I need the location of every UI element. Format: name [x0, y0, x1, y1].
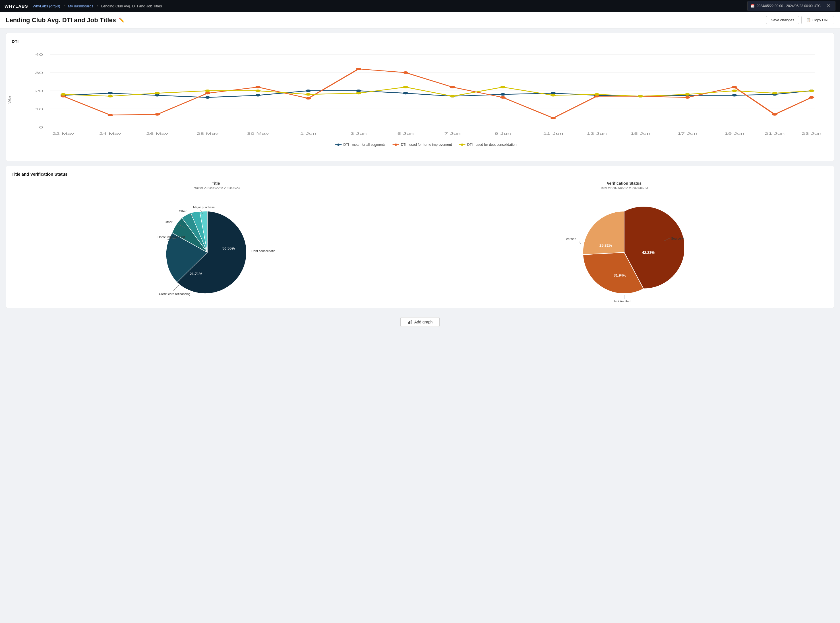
svg-text:10: 10: [35, 107, 43, 111]
svg-point-36: [500, 93, 506, 96]
dti-svg: 40 30 20 10 0 22 May 24 May 26 May 28 Ma…: [23, 48, 828, 139]
svg-point-66: [306, 93, 311, 96]
svg-text:15 Jun: 15 Jun: [631, 132, 651, 135]
svg-text:25.82%: 25.82%: [599, 243, 612, 247]
svg-text:19 Jun: 19 Jun: [724, 132, 745, 135]
svg-rect-101: [408, 322, 409, 324]
svg-point-69: [450, 95, 455, 98]
svg-text:42.23%: 42.23%: [642, 250, 655, 255]
svg-rect-103: [411, 321, 411, 324]
svg-point-59: [772, 113, 777, 116]
title-pie-container: 56.55% 21.71% Debt consolidation Credit …: [156, 194, 275, 302]
header-actions: Save changes 📋 Copy URL: [766, 16, 834, 24]
svg-point-51: [403, 71, 408, 74]
svg-text:30: 30: [35, 71, 43, 74]
svg-point-47: [205, 92, 211, 95]
svg-point-60: [809, 96, 814, 99]
page-header: Lending Club Avg. DTI and Job Titles ✏️ …: [0, 12, 840, 28]
svg-text:21 Jun: 21 Jun: [765, 132, 785, 135]
verification-pie-half: Verification Status Total for 2024/05/22…: [420, 181, 828, 302]
svg-text:31.94%: 31.94%: [614, 273, 626, 278]
svg-text:23 Jun: 23 Jun: [802, 132, 822, 135]
svg-text:Credit card refinancing: Credit card refinancing: [159, 292, 191, 296]
svg-point-48: [255, 86, 261, 88]
dti-panel: DTI Value 40 30 20 10 0: [6, 33, 834, 161]
svg-line-99: [578, 241, 581, 244]
svg-point-73: [638, 95, 643, 98]
svg-text:Major purchase: Major purchase: [193, 206, 215, 209]
whylabs-logo: WHYLABS: [5, 4, 28, 9]
close-date-button[interactable]: ✕: [825, 2, 832, 10]
verification-pie-subtitle: Total for 2024/05/22 to 2024/06/23: [600, 186, 648, 190]
breadcrumb-org[interactable]: WhyLabs (org-0): [33, 4, 60, 8]
svg-point-30: [205, 96, 211, 99]
svg-text:7 Jun: 7 Jun: [445, 132, 461, 135]
svg-point-61: [61, 93, 66, 96]
svg-point-49: [306, 97, 311, 100]
svg-point-74: [685, 93, 690, 96]
svg-point-57: [685, 96, 690, 99]
add-graph-button[interactable]: Add graph: [400, 317, 440, 327]
svg-rect-102: [409, 321, 410, 324]
copy-icon: 📋: [806, 18, 811, 22]
svg-text:26 May: 26 May: [146, 132, 168, 135]
svg-point-76: [772, 92, 777, 95]
svg-text:Not Verified: Not Verified: [614, 300, 631, 302]
copy-url-button[interactable]: 📋 Copy URL: [802, 16, 834, 24]
svg-point-53: [500, 96, 506, 99]
svg-text:13 Jun: 13 Jun: [587, 132, 607, 135]
legend-debt: DTI - used for debt consolidation: [458, 143, 516, 147]
save-changes-button[interactable]: Save changes: [766, 16, 799, 24]
breadcrumb-dashboards[interactable]: My dashboards: [68, 4, 93, 8]
edit-title-icon[interactable]: ✏️: [119, 17, 125, 23]
svg-text:Other: Other: [179, 209, 187, 213]
svg-text:17 Jun: 17 Jun: [677, 132, 697, 135]
title-pie-subtitle: Total for 2024/05/22 to 2024/06/23: [192, 186, 240, 190]
svg-point-29: [155, 94, 160, 97]
title-pie-svg: 56.55% 21.71% Debt consolidation Credit …: [156, 194, 275, 302]
svg-text:24 May: 24 May: [99, 132, 122, 135]
add-graph-bar: Add graph: [0, 313, 840, 331]
svg-point-63: [155, 92, 160, 95]
add-graph-icon: [408, 320, 412, 324]
date-range-selector[interactable]: 📅 2024/05/22 00:00 - 2024/06/23 00:00 UT…: [747, 1, 835, 11]
svg-point-72: [594, 93, 599, 96]
svg-text:Source Verified: Source Verified: [671, 237, 684, 240]
legend-home: DTI - used for home improvement: [392, 143, 452, 147]
svg-point-37: [551, 92, 556, 95]
svg-text:Other: Other: [165, 220, 172, 224]
svg-point-33: [356, 89, 362, 92]
svg-point-70: [500, 86, 506, 88]
svg-point-71: [551, 94, 556, 97]
dti-legend: DTI - mean for all segments DTI - used f…: [23, 143, 828, 147]
title-verification-panel: Title and Verification Status Title Tota…: [6, 166, 834, 308]
title-pie-half: Title Total for 2024/05/22 to 2024/06/23: [12, 181, 420, 302]
svg-text:Verified: Verified: [566, 237, 576, 241]
svg-text:9 Jun: 9 Jun: [495, 132, 511, 135]
svg-text:20: 20: [35, 89, 43, 93]
dti-chart-wrapper: Value 40 30 20 10 0 22 May: [12, 48, 828, 155]
svg-point-32: [306, 89, 311, 92]
svg-point-68: [403, 86, 408, 88]
svg-point-62: [108, 95, 113, 98]
svg-text:11 Jun: 11 Jun: [543, 132, 563, 135]
svg-point-45: [108, 114, 113, 116]
svg-point-46: [155, 113, 160, 116]
title-pie-title: Title: [212, 181, 220, 186]
dti-chart-title: DTI: [12, 39, 828, 44]
svg-text:0: 0: [39, 125, 43, 129]
calendar-icon: 📅: [751, 4, 755, 8]
breadcrumb-current: Lending Club Avg. DTI and Job Titles: [101, 4, 162, 8]
top-nav: WHYLABS WhyLabs (org-0) / My dashboards …: [0, 0, 840, 12]
main-content: DTI Value 40 30 20 10 0: [0, 28, 840, 313]
page-title: Lending Club Avg. DTI and Job Titles ✏️: [6, 17, 125, 24]
verification-pie-svg: 42.23% 31.94% 25.82% Source Verified Not…: [565, 194, 684, 302]
svg-point-50: [356, 68, 362, 70]
svg-point-77: [809, 89, 814, 92]
svg-text:21.71%: 21.71%: [190, 272, 203, 276]
svg-text:28 May: 28 May: [197, 132, 218, 135]
dti-line-chart: 40 30 20 10 0 22 May 24 May 26 May 28 Ma…: [23, 48, 828, 139]
svg-text:3 Jun: 3 Jun: [350, 132, 367, 135]
svg-point-31: [255, 94, 261, 97]
svg-text:1 Jun: 1 Jun: [300, 132, 317, 135]
